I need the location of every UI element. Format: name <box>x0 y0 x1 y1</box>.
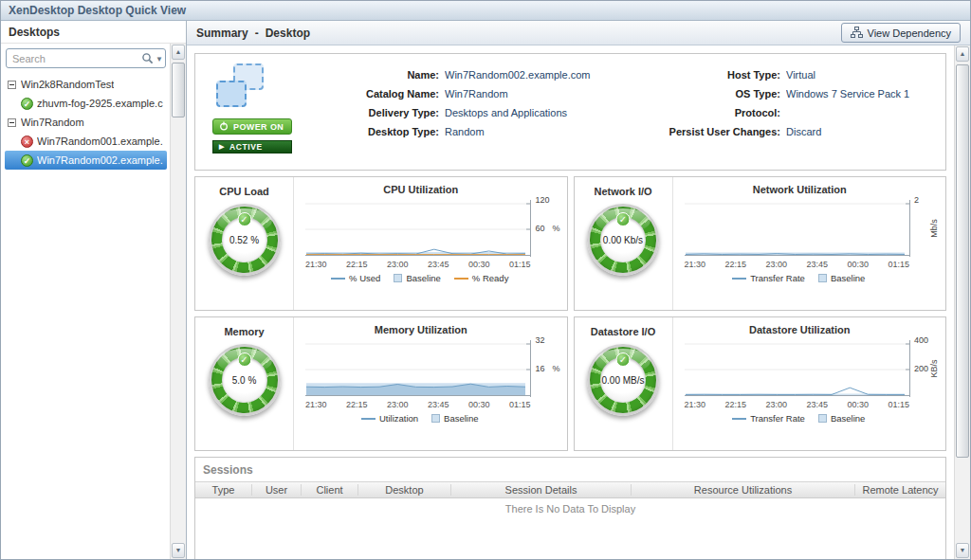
network-io-gauge[interactable]: 0.00 Kb/s ✓ <box>587 204 659 276</box>
chart-x-labels: 21:3022:1523:0023:4500:3001:15 <box>685 257 941 269</box>
x-tick-label: 23:45 <box>428 400 449 409</box>
legend-item: Utilization <box>361 413 418 424</box>
x-tick-label: 22:15 <box>724 260 746 269</box>
legend-label: Baseline <box>444 413 478 424</box>
xendesktop-quick-view-window: XenDesktop Desktop Quick View Desktops ▼ <box>0 0 971 560</box>
field-label: Desktop Type: <box>317 126 445 137</box>
y-axis-unit: Mb/s <box>929 219 939 238</box>
scroll-thumb[interactable] <box>956 64 969 458</box>
legend-label: Utilization <box>379 413 418 424</box>
chart-y-axis: 12060% <box>531 200 561 257</box>
column-header-resource-utilizations[interactable]: Resource Utilizations <box>632 484 855 496</box>
legend-item: % Ready <box>454 273 509 283</box>
legend-swatch <box>818 414 827 423</box>
column-header-session-details[interactable]: Session Details <box>451 484 632 496</box>
search-options-caret-icon[interactable]: ▼ <box>156 55 163 64</box>
view-dependency-button[interactable]: View Dependency <box>841 23 961 43</box>
legend-item: Baseline <box>394 273 440 283</box>
status-ok-icon: ✓ <box>616 352 631 367</box>
legend-item: Baseline <box>431 413 478 424</box>
gauge-title: Datastore I/O <box>591 326 655 337</box>
main-area: Summary - Desktop View Dependency <box>187 21 970 559</box>
memory-gauge[interactable]: 5.0 % ✓ <box>209 344 281 416</box>
tree-item-zhuvm-fog-2925[interactable]: ✓ zhuvm-fog-2925.example.c <box>5 94 167 113</box>
chart-legend: Transfer RateBaseline <box>685 413 941 424</box>
collapse-icon[interactable] <box>8 118 16 127</box>
column-header-client[interactable]: Client <box>302 484 358 496</box>
chart-y-axis: 2Mb/s <box>909 200 940 257</box>
scroll-up-button[interactable]: ▲ <box>956 46 969 62</box>
column-header-type[interactable]: Type <box>195 484 252 496</box>
field-label: Catalog Name: <box>317 88 445 99</box>
breadcrumb-section: Summary <box>196 27 248 40</box>
sessions-table-header: Type User Client Desktop Session Details… <box>195 481 945 498</box>
main-scrollbar[interactable]: ▲ ▼ <box>954 45 970 559</box>
y-axis-unit: KB/s <box>929 359 939 377</box>
active-label: ACTIVE <box>229 142 263 152</box>
sessions-panel: Sessions Type User Client Desktop Sessio… <box>194 457 946 559</box>
legend-swatch <box>732 278 746 280</box>
y-tick-label: 16 <box>536 364 545 373</box>
scroll-thumb[interactable] <box>172 63 185 117</box>
desktops-tree: Win2k8RandomTest ✓ zhuvm-fog-2925.exampl… <box>5 75 167 170</box>
chart-plot[interactable] <box>685 340 910 397</box>
tree-item-win7random002[interactable]: ✓ Win7Random002.example. <box>5 151 167 170</box>
chart-legend: UtilizationBaseline <box>305 413 561 424</box>
chart-plot[interactable] <box>685 200 910 257</box>
sidebar-scrollbar[interactable]: ▲ ▼ <box>170 44 186 559</box>
legend-swatch <box>331 278 345 280</box>
column-header-desktop[interactable]: Desktop <box>358 484 451 496</box>
scroll-up-button[interactable]: ▲ <box>172 45 185 60</box>
desktop-summary-panel: POWER ON ▶ ACTIVE Name: Win7Random002.ex… <box>194 53 946 171</box>
x-tick-label: 22:15 <box>346 400 368 409</box>
status-error-icon: × <box>21 135 33 148</box>
chart-x-labels: 21:3022:1523:0023:4500:3001:15 <box>305 257 561 269</box>
field-value: Win7Random002.example.com <box>445 69 663 81</box>
gauge-title: CPU Load <box>219 186 269 197</box>
legend-swatch <box>732 418 746 420</box>
column-header-user[interactable]: User <box>252 484 302 496</box>
legend-swatch <box>454 278 468 280</box>
datastore-io-gauge[interactable]: 0.00 MB/s ✓ <box>587 344 659 416</box>
scroll-down-button[interactable]: ▼ <box>172 543 185 558</box>
chart-x-labels: 21:3022:1523:0023:4500:3001:15 <box>685 397 941 409</box>
network-io-panel: Network I/O 0.00 Kb/s ✓ Network Utilizat… <box>574 176 947 311</box>
column-header-remote-latency[interactable]: Remote Latency <box>855 484 945 496</box>
legend-item: % Used <box>331 273 380 283</box>
legend-swatch <box>361 418 376 420</box>
y-tick-label: 400 <box>914 335 928 345</box>
breadcrumb-page: Desktop <box>266 27 310 40</box>
x-tick-label: 23:45 <box>428 260 449 269</box>
x-tick-label: 00:30 <box>468 260 490 269</box>
status-ok-icon: ✓ <box>21 98 33 110</box>
y-axis-unit: % <box>552 224 559 233</box>
collapse-icon[interactable] <box>8 81 16 89</box>
scroll-track[interactable] <box>956 63 969 542</box>
power-icon <box>219 121 229 133</box>
legend-item: Transfer Rate <box>732 273 805 283</box>
field-value: Random <box>445 126 663 137</box>
y-tick-label: 32 <box>536 335 545 345</box>
cpu-load-gauge[interactable]: 0.52 % ✓ <box>209 204 281 276</box>
x-tick-label: 01:15 <box>509 260 531 269</box>
chart-plot[interactable] <box>305 340 531 397</box>
breadcrumb-separator: - <box>255 27 259 40</box>
scroll-track[interactable] <box>172 61 185 542</box>
tree-group-win2k8randomtest[interactable]: Win2k8RandomTest <box>5 75 167 94</box>
x-tick-label: 01:15 <box>509 400 531 409</box>
chart-plot[interactable] <box>305 200 531 257</box>
legend-label: % Used <box>349 273 380 283</box>
tree-group-win7random[interactable]: Win7Random <box>5 113 167 132</box>
legend-item: Baseline <box>818 413 865 424</box>
view-dependency-label: View Dependency <box>868 27 951 39</box>
y-axis-unit: % <box>552 364 559 373</box>
tree-label: Win7Random001.example. <box>37 135 163 147</box>
field-value: Win7Random <box>445 88 663 99</box>
scroll-down-button[interactable]: ▼ <box>956 543 969 558</box>
tree-item-win7random001[interactable]: × Win7Random001.example. <box>5 132 167 151</box>
chart-legend: Transfer RateBaseline <box>685 273 941 283</box>
chart-title: Datastore Utilization <box>685 324 941 335</box>
breadcrumb: Summary - Desktop <box>196 27 310 40</box>
search-icon[interactable] <box>141 51 154 68</box>
legend-swatch <box>818 274 827 282</box>
